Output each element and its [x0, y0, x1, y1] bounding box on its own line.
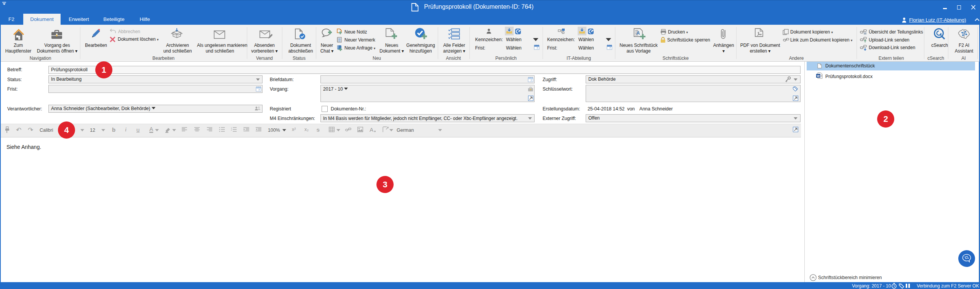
svg-text:7: 7	[258, 89, 260, 91]
svg-text:A: A	[636, 30, 640, 36]
svg-text:7: 7	[530, 79, 532, 82]
svg-text:2: 2	[231, 129, 232, 131]
svg-text:W: W	[817, 74, 820, 78]
svg-text:7: 7	[536, 47, 538, 49]
svg-text:7: 7	[609, 47, 611, 49]
